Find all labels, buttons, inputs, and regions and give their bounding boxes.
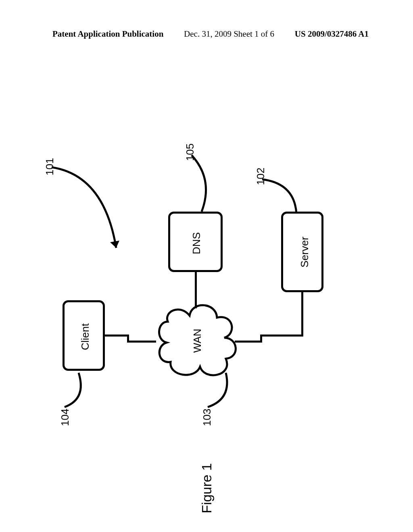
conn-client-wan-h (105, 335, 129, 337)
figure-1: 101 105 102 DNS Server Client WAN 103 10… (0, 81, 413, 532)
wan-label: WAN (191, 329, 204, 353)
header-publication: Patent Application Publication (52, 29, 163, 39)
header-pubnumber: US 2009/0327486 A1 (295, 29, 369, 39)
client-label: Client (79, 323, 92, 350)
conn-client-wan-h2 (127, 341, 156, 343)
conn-dns-wan (195, 272, 197, 308)
ref-103: 103 (201, 409, 213, 426)
server-label: Server (298, 237, 311, 268)
ref-104: 104 (59, 409, 71, 426)
leader-105 (188, 151, 228, 220)
conn-server-wan-v (301, 292, 303, 337)
figure-caption: Figure 1 (199, 463, 215, 513)
conn-server-wan-h2 (235, 341, 262, 343)
ref-102: 102 (254, 168, 267, 185)
dns-label: DNS (190, 232, 203, 254)
leader-104 (63, 371, 95, 411)
header-sheet: Dec. 31, 2009 Sheet 1 of 6 (184, 29, 274, 39)
ref-101: 101 (44, 158, 56, 175)
conn-server-wan-h (260, 335, 303, 337)
page-header: Patent Application Publication Dec. 31, … (0, 29, 413, 39)
ref-105: 105 (184, 143, 196, 161)
leader-101 (48, 163, 120, 256)
